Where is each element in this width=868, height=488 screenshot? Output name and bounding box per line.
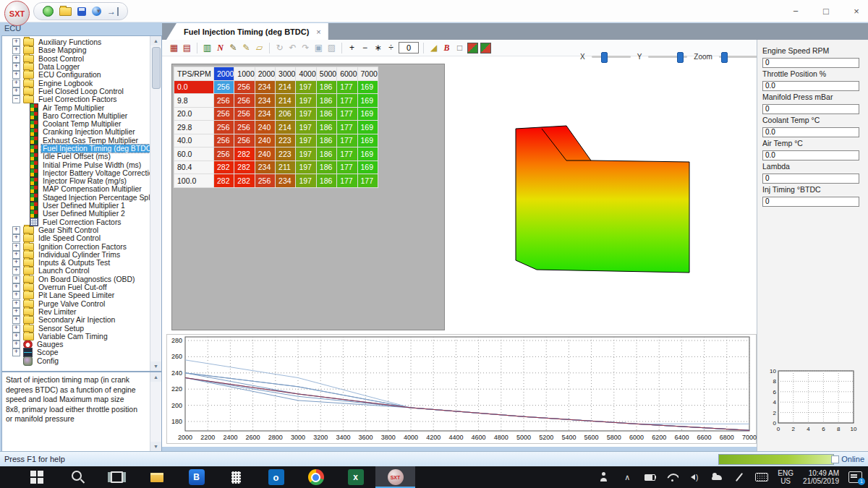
map-cell[interactable]: 186	[316, 121, 336, 134]
map-cell[interactable]: 177	[337, 121, 357, 134]
map-cell[interactable]: 177	[357, 174, 378, 188]
map-cell[interactable]: 256	[255, 174, 275, 188]
tree-item[interactable]: Idle Fuel Offset (ms)	[2, 153, 150, 160]
map-col-header[interactable]: 3000	[276, 67, 296, 81]
taskbar-start-button[interactable]	[17, 466, 57, 488]
map-cell[interactable]: 256	[214, 134, 234, 147]
scroll-down-icon[interactable]: ▼	[150, 442, 161, 451]
tree-expander-icon[interactable]: +	[12, 234, 20, 242]
taskbar-taskview-button[interactable]	[97, 466, 137, 488]
map-cell[interactable]: 223	[276, 147, 296, 161]
map-cell[interactable]: 234	[255, 80, 275, 94]
tree-expander-icon[interactable]: +	[12, 243, 20, 251]
tree-item[interactable]: Fuel Injection Timing (deg BTDC)	[2, 145, 150, 153]
close-button[interactable]: ×	[851, 6, 862, 17]
map-cell[interactable]: 256	[214, 121, 234, 134]
slider-thumb[interactable]	[601, 52, 608, 63]
map-cell[interactable]: 282	[234, 160, 255, 174]
map-cell[interactable]: 256	[234, 134, 255, 147]
tree-scrollbar[interactable]: ▲ ▼	[150, 36, 161, 371]
import-map-icon[interactable]: ▥	[202, 42, 213, 53]
clock[interactable]: 10:49 AM 21/05/2019	[803, 469, 839, 485]
map-cell[interactable]: 282	[214, 174, 234, 188]
language-indicator[interactable]: ENGUS	[778, 469, 793, 485]
undo-icon[interactable]: ↶	[287, 42, 298, 53]
tree-item[interactable]: Injector Flow Rate (mg/s)	[2, 177, 150, 185]
tree-item[interactable]: Baro Correction Multiplier	[2, 112, 150, 120]
tree-expander-icon[interactable]: +	[12, 267, 20, 275]
online-checkbox[interactable]	[831, 455, 839, 463]
taskbar-chrome-button[interactable]	[296, 466, 336, 488]
tree-item[interactable]: Injector Battery Voltage Correction (ms)	[2, 169, 150, 177]
redo-icon[interactable]: ↷	[300, 42, 311, 53]
bold-values-icon[interactable]: B	[441, 42, 452, 53]
map-col-header[interactable]: 6000	[337, 67, 357, 81]
eraser-icon[interactable]: ▱	[254, 42, 265, 53]
save-file-icon[interactable]	[77, 7, 86, 16]
paste-icon[interactable]: ▨	[326, 42, 337, 53]
map-col-header[interactable]: 1000	[234, 67, 255, 81]
online-status[interactable]: Online	[831, 455, 864, 463]
map-cell[interactable]: 282	[234, 147, 255, 161]
map-cell[interactable]: 256	[214, 80, 234, 94]
maximize-button[interactable]: □	[820, 6, 832, 17]
field-input[interactable]	[762, 150, 859, 160]
app-logo[interactable]: SXT	[4, 1, 30, 26]
map-row-header[interactable]: 40.0	[174, 134, 214, 147]
description-scrollbar[interactable]: ▲ ▼	[150, 372, 161, 451]
map-cell[interactable]: 197	[296, 107, 316, 121]
map-open-icon[interactable]: ▦	[169, 42, 179, 53]
map-cell[interactable]: 214	[276, 121, 296, 134]
slider-thumb[interactable]	[721, 52, 728, 63]
map-cell[interactable]: 234	[255, 107, 275, 121]
map-cell[interactable]: 256	[214, 107, 234, 121]
map-row-header[interactable]: 9.8	[174, 94, 214, 108]
divide-icon[interactable]: ÷	[386, 42, 396, 53]
field-input[interactable]	[762, 127, 859, 137]
map-save-icon[interactable]: ▤	[182, 42, 192, 53]
taskbar-search-button[interactable]	[57, 466, 97, 488]
tab-fuel-injection-timing[interactable]: Fuel Injection Timing (deg BTDC) ×	[166, 23, 328, 40]
chevron-icon[interactable]: ∧	[621, 471, 634, 484]
battery-icon[interactable]	[643, 471, 656, 484]
map-cell[interactable]: 240	[255, 147, 275, 161]
map-col-header[interactable]: 2000	[214, 67, 234, 81]
tree-item[interactable]: MAP Compensation Multiplier	[2, 185, 150, 193]
map-cell[interactable]: 169	[357, 160, 378, 174]
map-col-header[interactable]: 7000	[357, 67, 378, 81]
graph-view-icon[interactable]: ◢	[428, 42, 439, 53]
subtract-icon[interactable]: −	[359, 42, 370, 53]
operation-value-input[interactable]	[399, 42, 419, 53]
map-row-header[interactable]: 100.0	[174, 174, 214, 188]
map-cell[interactable]: 186	[316, 80, 336, 94]
map-cell[interactable]: 197	[296, 121, 316, 134]
tree-item[interactable]: Exhaust Gas Temp Multiplier	[2, 137, 150, 145]
tree-item[interactable]: User Defined Multiplier 1	[2, 202, 150, 210]
map-col-header[interactable]: 5000	[316, 67, 336, 81]
tree-item[interactable]: Config	[2, 357, 150, 365]
taskbar-sxt-button[interactable]: SXT	[375, 466, 415, 488]
map-cell[interactable]: 177	[337, 94, 357, 108]
scroll-up-icon[interactable]: ▲	[150, 36, 161, 46]
map-cell[interactable]: 186	[316, 147, 336, 161]
map-row-header[interactable]: 80.4	[174, 160, 214, 174]
map-cell[interactable]: 197	[296, 134, 316, 147]
map-cell[interactable]: 169	[357, 134, 378, 147]
map-cell[interactable]: 186	[316, 107, 336, 121]
map-cell[interactable]: 186	[316, 94, 336, 108]
tree-expander-icon[interactable]: +	[12, 71, 20, 79]
map-cell[interactable]: 234	[276, 174, 296, 188]
map-cell[interactable]: 256	[214, 147, 234, 161]
map-cell[interactable]: 256	[234, 121, 255, 134]
map-cell[interactable]: 177	[337, 147, 357, 161]
tab-close-icon[interactable]: ×	[316, 27, 320, 36]
map-cell[interactable]: 214	[276, 94, 296, 108]
field-input[interactable]	[762, 174, 859, 184]
normalize-icon[interactable]: N	[215, 42, 226, 53]
map-cell[interactable]: 256	[234, 80, 255, 94]
taskbar-explorer-button[interactable]	[137, 466, 176, 488]
taskbar-outlook-button[interactable]: o	[256, 466, 296, 488]
taskbar-excel-button[interactable]: x	[336, 466, 375, 488]
map-cell[interactable]: 240	[255, 134, 275, 147]
map-row-header[interactable]: 20.0	[174, 107, 214, 121]
